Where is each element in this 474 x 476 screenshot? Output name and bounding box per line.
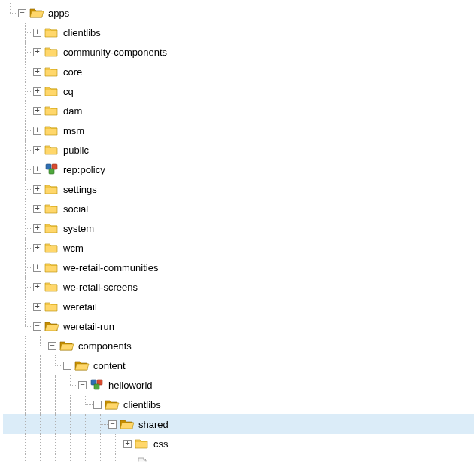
expand-toggle[interactable]: + bbox=[33, 283, 41, 291]
tree-guide bbox=[78, 414, 93, 434]
tree-join bbox=[63, 375, 78, 395]
tree-join bbox=[108, 453, 123, 473]
tree-node-label: css bbox=[153, 438, 169, 450]
tree-node[interactable] bbox=[3, 453, 474, 473]
collapse-toggle[interactable]: − bbox=[18, 9, 26, 17]
folder-icon bbox=[44, 124, 59, 137]
folder-icon bbox=[44, 300, 59, 313]
tree-node-label: clientlibs bbox=[123, 399, 161, 410]
tree-node[interactable]: +dam bbox=[3, 101, 474, 121]
tree-node-label: components bbox=[77, 340, 132, 352]
policy-node-icon bbox=[44, 163, 59, 176]
expand-toggle[interactable]: + bbox=[33, 264, 41, 272]
folder-open-icon bbox=[74, 359, 90, 372]
policy-node-icon bbox=[90, 378, 105, 392]
expand-toggle[interactable]: + bbox=[33, 48, 41, 56]
tree-node-label: content bbox=[93, 360, 126, 371]
tree-node[interactable]: −weretail-run bbox=[3, 316, 474, 336]
tree-node[interactable]: +we-retail-screens bbox=[3, 277, 474, 297]
tree-node[interactable]: +cq bbox=[3, 81, 474, 101]
tree-node[interactable]: +weretail bbox=[3, 297, 474, 316]
tree-guide bbox=[33, 434, 48, 453]
tree-join bbox=[18, 42, 33, 62]
tree-node[interactable]: −helloworld bbox=[3, 375, 474, 395]
tree-guide bbox=[3, 316, 18, 336]
tree-node[interactable]: +rep:policy bbox=[3, 160, 474, 179]
tree-node[interactable]: +core bbox=[3, 62, 474, 81]
collapse-toggle[interactable]: − bbox=[48, 342, 56, 350]
expand-toggle[interactable]: + bbox=[33, 127, 41, 135]
no-toggle bbox=[123, 459, 132, 468]
svg-rect-5 bbox=[94, 384, 99, 389]
tree-join bbox=[18, 62, 33, 81]
tree-guide bbox=[93, 434, 108, 453]
tree-node[interactable]: −apps bbox=[3, 3, 474, 23]
file-tree: −apps+clientlibs+community-components+co… bbox=[0, 0, 474, 473]
expand-toggle[interactable]: + bbox=[33, 87, 41, 96]
tree-node[interactable]: +wcm bbox=[3, 238, 474, 258]
tree-join bbox=[18, 101, 33, 121]
tree-guide bbox=[3, 81, 18, 101]
tree-node[interactable]: +settings bbox=[3, 179, 474, 199]
tree-node[interactable]: −shared bbox=[3, 414, 474, 434]
tree-join bbox=[93, 414, 108, 434]
tree-node-label: clientlibs bbox=[62, 27, 101, 38]
folder-icon bbox=[44, 45, 59, 59]
tree-guide bbox=[3, 258, 18, 277]
tree-guide bbox=[78, 453, 93, 473]
expand-toggle[interactable]: + bbox=[33, 68, 41, 76]
tree-guide bbox=[3, 297, 18, 316]
expand-toggle[interactable]: + bbox=[33, 303, 41, 311]
collapse-toggle[interactable]: − bbox=[108, 420, 117, 429]
collapse-toggle[interactable]: − bbox=[33, 322, 41, 331]
expand-toggle[interactable]: + bbox=[33, 107, 41, 115]
tree-node[interactable]: +we-retail-communities bbox=[3, 258, 474, 277]
tree-node[interactable]: −clientlibs bbox=[3, 395, 474, 414]
tree-guide bbox=[33, 395, 48, 414]
tree-node[interactable]: +css bbox=[3, 434, 474, 453]
tree-node-label: helloworld bbox=[108, 380, 153, 391]
folder-open-icon bbox=[59, 339, 74, 352]
tree-guide bbox=[3, 218, 18, 238]
tree-node[interactable]: +clientlibs bbox=[3, 23, 474, 42]
expand-toggle[interactable]: + bbox=[33, 166, 41, 174]
tree-node[interactable]: +system bbox=[3, 218, 474, 238]
collapse-toggle[interactable]: − bbox=[78, 381, 87, 389]
collapse-toggle[interactable]: − bbox=[93, 401, 102, 409]
tree-node-label: rep:policy bbox=[62, 164, 105, 175]
tree-node[interactable]: −content bbox=[3, 355, 474, 375]
expand-toggle[interactable]: + bbox=[33, 205, 41, 213]
folder-icon bbox=[44, 241, 59, 255]
tree-node-label: community-components bbox=[62, 47, 167, 58]
tree-node[interactable]: +social bbox=[3, 199, 474, 218]
folder-open-icon bbox=[105, 398, 120, 411]
tree-guide bbox=[3, 199, 18, 218]
tree-node[interactable]: −components bbox=[3, 336, 474, 355]
tree-node-label: settings bbox=[62, 184, 97, 195]
tree-guide bbox=[3, 414, 18, 434]
tree-node-label: system bbox=[62, 223, 94, 234]
expand-toggle[interactable]: + bbox=[123, 440, 132, 448]
expand-toggle[interactable]: + bbox=[33, 146, 41, 154]
tree-node-label: we-retail-communities bbox=[62, 262, 158, 273]
folder-icon bbox=[44, 202, 59, 215]
expand-toggle[interactable]: + bbox=[33, 29, 41, 37]
tree-join bbox=[18, 316, 33, 336]
folder-open-icon bbox=[44, 319, 59, 333]
tree-node[interactable]: +msm bbox=[3, 121, 474, 140]
tree-guide bbox=[3, 140, 18, 160]
tree-join bbox=[3, 3, 18, 23]
tree-node-label: weretail-run bbox=[62, 321, 114, 332]
tree-join bbox=[18, 121, 33, 140]
tree-guide bbox=[18, 453, 33, 473]
tree-guide bbox=[3, 277, 18, 297]
tree-node[interactable]: +community-components bbox=[3, 42, 474, 62]
expand-toggle[interactable]: + bbox=[33, 244, 41, 252]
tree-guide bbox=[63, 395, 78, 414]
tree-node[interactable]: +public bbox=[3, 140, 474, 160]
expand-toggle[interactable]: + bbox=[33, 224, 41, 233]
folder-icon bbox=[44, 26, 59, 39]
collapse-toggle[interactable]: − bbox=[63, 362, 71, 370]
folder-icon bbox=[135, 437, 150, 450]
expand-toggle[interactable]: + bbox=[33, 185, 41, 194]
